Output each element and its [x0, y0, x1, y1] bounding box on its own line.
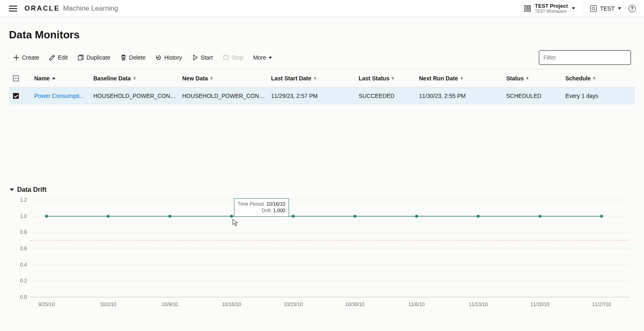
svg-rect-0	[78, 56, 82, 60]
svg-text:10/16/10: 10/16/10	[222, 302, 241, 307]
svg-point-30	[168, 215, 171, 218]
svg-point-35	[477, 215, 480, 218]
user-name: TEST	[600, 5, 615, 12]
sort-icon	[392, 77, 394, 80]
cell-next-run: 11/30/23, 2:55 PM	[419, 93, 506, 99]
cell-status: SCHEDULED	[506, 93, 565, 99]
col-baseline[interactable]: Baseline Data	[93, 75, 182, 82]
filter-input[interactable]	[539, 50, 631, 65]
col-last-start[interactable]: Last Start Date	[271, 75, 359, 82]
history-icon	[155, 54, 162, 61]
cell-last-status: SUCCEEDED	[359, 93, 419, 99]
help-icon[interactable]: ?	[629, 5, 636, 12]
stop-button: Stop	[223, 54, 243, 61]
col-schedule[interactable]: Schedule	[565, 75, 631, 82]
col-name[interactable]: Name	[34, 75, 93, 82]
history-button[interactable]: History	[155, 54, 182, 61]
cell-schedule: Every 1 days	[565, 93, 631, 99]
delete-button[interactable]: Delete	[120, 54, 146, 61]
start-label: Start	[201, 54, 213, 61]
svg-text:11/13/10: 11/13/10	[469, 302, 488, 307]
sort-icon	[133, 77, 136, 80]
more-label: More	[253, 54, 266, 61]
col-newdata[interactable]: New Data	[182, 75, 271, 82]
svg-text:10/2/10: 10/2/10	[100, 302, 116, 307]
svg-point-31	[230, 215, 233, 218]
monitors-table: Name Baseline Data New Data Last Start D…	[9, 69, 635, 104]
user-selector[interactable]: TEST	[590, 5, 621, 12]
svg-text:0.4: 0.4	[20, 262, 27, 268]
chevron-down-icon	[10, 189, 14, 191]
svg-point-36	[538, 215, 541, 218]
edit-button[interactable]: Edit	[49, 54, 68, 61]
svg-point-34	[415, 215, 418, 218]
workspace-name: TEST Workspace	[535, 9, 568, 13]
play-icon	[192, 54, 198, 61]
cell-last-start: 11/29/23, 2:57 PM	[271, 93, 359, 99]
project-icon	[524, 5, 531, 12]
svg-text:11/27/10: 11/27/10	[592, 302, 611, 307]
svg-point-29	[107, 215, 110, 218]
sort-asc-icon	[52, 77, 55, 79]
svg-text:1.2: 1.2	[20, 197, 27, 203]
stop-label: Stop	[232, 54, 243, 61]
svg-text:11/6/10: 11/6/10	[408, 302, 425, 307]
chevron-down-icon	[618, 7, 621, 9]
chevron-down-icon	[269, 57, 272, 59]
start-button[interactable]: Start	[192, 54, 213, 61]
create-label: Create	[22, 54, 39, 61]
chart-tooltip: Time Period 10/16/10 Drift 1.000	[234, 198, 289, 217]
svg-point-32	[292, 215, 295, 218]
svg-point-33	[353, 215, 356, 218]
app-header: ORACLE Machine Learning TEST Project TES…	[0, 0, 644, 17]
cell-name[interactable]: Power Consumpti...	[34, 93, 93, 99]
create-button[interactable]: Create	[13, 54, 39, 61]
project-selector[interactable]: TEST Project TEST Workspace	[524, 0, 583, 17]
duplicate-icon	[77, 54, 84, 61]
table-row[interactable]: Power Consumpti... HOUSEHOLD_POWER_CONS.…	[9, 87, 635, 104]
col-next-run[interactable]: Next Run Date	[419, 75, 506, 82]
drift-chart[interactable]: 0.00.20.40.60.81.01.29/25/1010/2/1010/9/…	[10, 196, 634, 310]
section-toggle[interactable]: Data Drift	[10, 186, 634, 193]
edit-label: Edit	[58, 54, 68, 61]
svg-text:1.0: 1.0	[20, 213, 27, 219]
row-checkbox[interactable]	[13, 93, 19, 99]
project-name: TEST Project	[535, 3, 568, 9]
sort-icon	[526, 77, 529, 80]
stop-icon	[223, 54, 229, 61]
cell-newdata: HOUSEHOLD_POWER_CONS...	[182, 93, 271, 99]
table-header: Name Baseline Data New Data Last Start D…	[9, 69, 635, 87]
col-last-status[interactable]: Last Status	[359, 75, 419, 82]
select-all-checkbox[interactable]	[13, 76, 19, 81]
delete-label: Delete	[129, 54, 146, 61]
product-name: Machine Learning	[63, 4, 118, 13]
user-icon	[590, 5, 597, 12]
col-status[interactable]: Status	[506, 75, 565, 82]
svg-text:11/20/10: 11/20/10	[530, 302, 549, 307]
toolbar: Create Edit Duplicate Delete History Sta…	[9, 50, 635, 69]
brand-logo: ORACLE	[24, 4, 60, 13]
sort-icon	[210, 77, 213, 80]
sort-icon	[593, 77, 595, 80]
plus-icon	[13, 54, 20, 61]
section-title: Data Drift	[17, 186, 46, 193]
svg-point-28	[45, 215, 48, 218]
chevron-down-icon	[572, 7, 575, 9]
svg-text:9/25/10: 9/25/10	[38, 302, 55, 307]
duplicate-label: Duplicate	[86, 54, 110, 61]
pencil-icon	[49, 54, 55, 61]
menu-icon[interactable]	[9, 6, 17, 11]
svg-text:0.6: 0.6	[20, 246, 27, 251]
history-label: History	[164, 54, 182, 61]
svg-text:0.8: 0.8	[20, 229, 27, 235]
more-button[interactable]: More	[253, 54, 272, 61]
svg-text:0.0: 0.0	[20, 294, 27, 300]
svg-text:10/23/10: 10/23/10	[284, 302, 303, 307]
svg-text:0.2: 0.2	[20, 278, 27, 284]
page-title: Data Monitors	[9, 29, 635, 41]
duplicate-button[interactable]: Duplicate	[77, 54, 110, 61]
svg-point-37	[600, 215, 603, 218]
trash-icon	[120, 54, 127, 61]
sort-icon	[461, 77, 463, 80]
svg-rect-1	[224, 56, 228, 60]
